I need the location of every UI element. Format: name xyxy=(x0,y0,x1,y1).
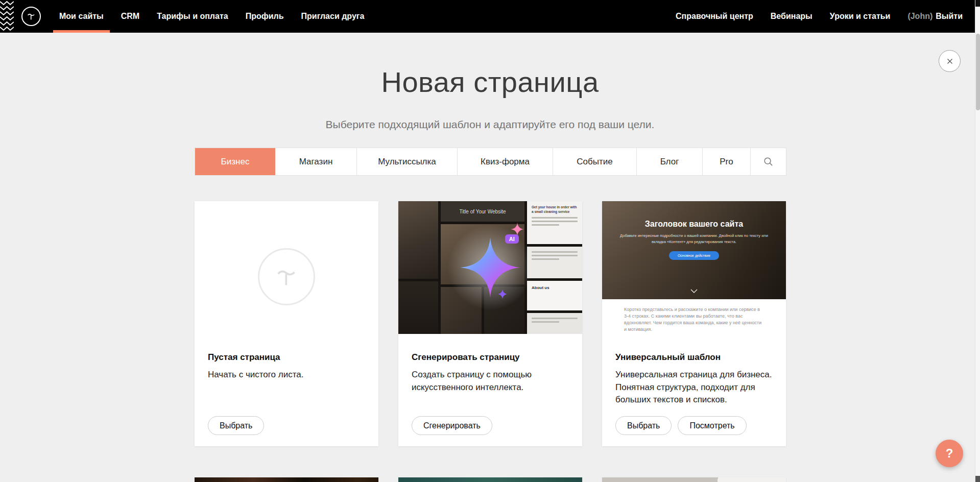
search-tab[interactable] xyxy=(751,148,786,175)
card-actions: Выбрать xyxy=(208,416,365,435)
nav-item-crm[interactable]: CRM xyxy=(121,0,139,33)
card-title: Сгенерировать страницу xyxy=(412,352,569,363)
template-card-blank-page: Пустая страница Начать с чистого листа. … xyxy=(195,201,378,446)
view-button[interactable]: Посмотреть xyxy=(678,416,746,435)
preview-hero-subtitle: Добавьте интересные подробности о вашей … xyxy=(618,233,770,245)
page-title: Новая страница xyxy=(0,65,980,99)
template-card-partial-1[interactable] xyxy=(195,477,378,482)
ai-sparkle-overlay: AI xyxy=(398,201,582,334)
generate-button[interactable]: Сгенерировать xyxy=(412,416,492,435)
nav-item-my-sites[interactable]: Мои сайты xyxy=(59,0,104,33)
tilda-watermark-icon xyxy=(258,248,315,305)
card-body: Сгенерировать страницу Создать страницу … xyxy=(398,334,582,446)
page-subtitle: Выберите подходящий шаблон и адаптируйте… xyxy=(0,118,980,131)
logout-link[interactable]: Выйти xyxy=(936,12,963,21)
choose-button[interactable]: Выбрать xyxy=(208,416,264,435)
nav-item-help-center[interactable]: Справочный центр xyxy=(676,12,753,21)
template-preview-image xyxy=(195,477,378,482)
card-description: Начать с чистого листа. xyxy=(208,369,365,381)
close-button[interactable] xyxy=(939,50,961,72)
nav-item-invite-friend[interactable]: Пригласи друга xyxy=(301,0,365,33)
tab-business[interactable]: Бизнес xyxy=(195,148,275,175)
card-body: Пустая страница Начать с чистого листа. … xyxy=(195,352,378,446)
card-actions: Сгенерировать xyxy=(412,416,569,435)
user-name: (John) xyxy=(907,12,933,21)
preview-hero-button: Основное действие xyxy=(669,251,719,260)
close-icon xyxy=(945,57,954,66)
secondary-menu: Справочный центр Вебинары Уроки и статьи… xyxy=(676,12,975,21)
template-preview-image xyxy=(602,477,786,482)
nav-item-lessons[interactable]: Уроки и статьи xyxy=(830,12,891,21)
ai-sparkle-small-icon xyxy=(497,289,508,299)
nav-item-profile[interactable]: Профиль xyxy=(246,0,284,33)
ai-sparkle-icon xyxy=(460,237,520,298)
nav-item-pricing[interactable]: Тарифы и оплата xyxy=(157,0,228,33)
blank-preview xyxy=(195,201,378,352)
tab-shop[interactable]: Магазин xyxy=(275,148,357,175)
scrollbar-thumb[interactable] xyxy=(976,34,980,110)
user-logout[interactable]: (John) Выйти xyxy=(907,12,963,21)
card-actions: Выбрать Посмотреть xyxy=(615,416,773,435)
template-card-partial-3[interactable] xyxy=(602,477,786,482)
template-preview-image xyxy=(398,477,582,482)
scrollbar-down-arrow[interactable] xyxy=(975,476,980,482)
tab-pro[interactable]: Pro xyxy=(703,148,751,175)
ai-sparkle-small-icon xyxy=(511,223,524,236)
scrollbar-top-cap xyxy=(975,0,980,7)
card-body: Универсальный шаблон Универсальная стран… xyxy=(602,348,786,446)
template-category-tabs: Бизнес Магазин Мультиссылка Квиз-форма С… xyxy=(195,148,786,176)
template-cards-grid: Пустая страница Начать с чистого листа. … xyxy=(195,201,786,482)
template-card-universal: Заголовок вашего сайта Добавьте интересн… xyxy=(602,201,786,446)
tab-multilink[interactable]: Мультиссылка xyxy=(357,148,458,175)
template-card-partial-2[interactable] xyxy=(398,477,582,482)
page-scrollbar[interactable] xyxy=(975,0,980,482)
template-card-ai-generate: Title of Your Website Get your house in … xyxy=(398,201,582,446)
ai-preview-collage: Title of Your Website Get your house in … xyxy=(398,201,582,334)
tab-blog[interactable]: Блог xyxy=(637,148,703,175)
preview-hero-title: Заголовок вашего сайта xyxy=(645,220,743,229)
zigzag-pattern-icon xyxy=(0,0,14,33)
search-icon xyxy=(763,157,773,166)
template-body-preview: Коротко представьтесь и расскажите о ком… xyxy=(602,299,786,348)
preview-body-text: Коротко представьтесь и расскажите о ком… xyxy=(624,306,764,348)
choose-button[interactable]: Выбрать xyxy=(615,416,672,435)
chevron-down-icon xyxy=(690,286,698,296)
card-title: Пустая страница xyxy=(208,352,365,363)
card-description: Универсальная страница для бизнеса. Поня… xyxy=(615,369,773,406)
nav-item-webinars[interactable]: Вебинары xyxy=(771,12,812,21)
help-button[interactable]: ? xyxy=(936,440,963,467)
template-hero-preview: Заголовок вашего сайта Добавьте интересн… xyxy=(602,201,786,299)
tab-event[interactable]: Событие xyxy=(553,148,637,175)
top-navbar: Мои сайты CRM Тарифы и оплата Профиль Пр… xyxy=(0,0,975,33)
card-title: Универсальный шаблон xyxy=(615,352,773,363)
card-description: Создать страницу с помощью искусственног… xyxy=(412,369,569,394)
tab-quiz-form[interactable]: Квиз-форма xyxy=(458,148,553,175)
tilda-logo[interactable] xyxy=(21,7,41,26)
ai-badge: AI xyxy=(505,234,519,244)
main-menu: Мои сайты CRM Тарифы и оплата Профиль Пр… xyxy=(59,0,364,33)
